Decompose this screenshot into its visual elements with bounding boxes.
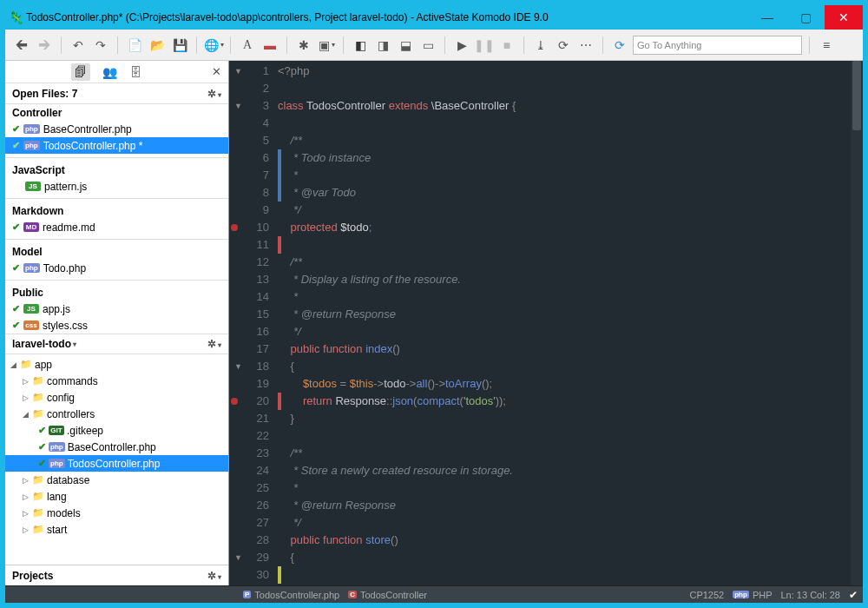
status-tab-file[interactable]: PTodosController.php [243, 590, 339, 600]
terminal-button[interactable]: ▣▾ [317, 36, 336, 55]
toolbar: 🡰 🡲 ↶ ↷ 📄 📂 💾 🌐▾ A ▬ ✱ ▣▾ ◧ ◨ ⬓ ▭ ▶ ❚❚ ■… [5, 30, 863, 61]
tree-config[interactable]: ▷📁config [5, 389, 228, 406]
open-button[interactable]: 📂 [148, 36, 167, 55]
ide-window: 🦎 TodosController.php* (C:\Projects\lara… [4, 4, 864, 604]
undo-button[interactable]: ↶ [69, 36, 88, 55]
back-button[interactable]: 🡰 [12, 36, 31, 55]
minimize-button[interactable]: — [748, 5, 786, 30]
tree-gitkeep[interactable]: ✔GIT.gitkeep [5, 422, 228, 439]
file-basecontroller[interactable]: ✔phpBaseController.php [5, 121, 228, 137]
file-todoscontroller[interactable]: ✔phpTodosController.php * [5, 137, 228, 154]
tree-database[interactable]: ▷📁database [5, 472, 228, 488]
sync-button[interactable]: ⟳ [610, 36, 629, 55]
titlebar[interactable]: 🦎 TodosController.php* (C:\Projects\lara… [5, 5, 863, 30]
panel-left-button[interactable]: ◧ [351, 36, 370, 55]
font-button[interactable]: A [238, 36, 257, 55]
file-styles[interactable]: ✔cssstyles.css [5, 317, 228, 334]
file-todo[interactable]: ✔phpTodo.php [5, 260, 228, 276]
menu-button[interactable]: ≡ [817, 36, 836, 55]
redo-button[interactable]: ↷ [91, 36, 110, 55]
sidebar-tab-db-icon[interactable]: 🗄 [129, 65, 141, 79]
editor[interactable]: ▼1 2 ▼3 4 5 6 7 8 9 10 11 12 13 14 15 16… [229, 61, 863, 585]
file-appjs[interactable]: ✔JSapp.js [5, 301, 228, 317]
tree-models[interactable]: ▷📁models [5, 505, 228, 521]
projects-label[interactable]: Projects [12, 570, 53, 582]
project-settings-icon[interactable]: ✲▾ [207, 338, 221, 350]
app-icon: 🦎 [5, 10, 26, 24]
group-model: Model [5, 243, 228, 260]
file-readme[interactable]: ✔MDreadme.md [5, 219, 228, 235]
status-language[interactable]: phpPHP [733, 590, 772, 600]
browser-button[interactable]: 🌐▾ [204, 36, 223, 55]
group-controller: Controller [5, 104, 228, 121]
record-macro-button[interactable]: ✱ [294, 36, 313, 55]
tree-todosctrl[interactable]: ✔phpTodosController.php [5, 455, 228, 472]
file-pattern[interactable]: JSpattern.js [5, 178, 228, 195]
sidebar-close-icon[interactable]: ✕ [212, 65, 221, 78]
statusbar: PTodosController.php CTodosController CP… [5, 585, 863, 603]
group-javascript: JavaScript [5, 162, 228, 178]
status-check-icon[interactable]: ✔ [849, 589, 858, 601]
open-files-header: Open Files: 7 [12, 88, 77, 100]
new-file-button[interactable]: 📄 [125, 36, 144, 55]
open-files-settings-icon[interactable]: ✲▾ [207, 88, 221, 100]
group-markdown: Markdown [5, 202, 228, 219]
panel-bottom-button[interactable]: ⬓ [396, 36, 415, 55]
color-button[interactable]: ▬ [260, 36, 279, 55]
tree-start[interactable]: ▷📁start [5, 521, 228, 538]
tree-commands[interactable]: ▷📁commands [5, 373, 228, 389]
play-button[interactable]: ▶ [452, 36, 471, 55]
code-area[interactable]: <?php class TodosController extends \Bas… [278, 61, 863, 585]
tree-app[interactable]: ◢📁app [5, 356, 228, 373]
projects-settings-icon[interactable]: ✲▾ [207, 570, 221, 582]
breakpoint-icon[interactable] [231, 398, 238, 405]
project-tree: ◢📁app ▷📁commands ▷📁config ◢📁controllers … [5, 354, 228, 565]
status-position: Ln: 13 Col: 28 [781, 590, 841, 600]
restart-button[interactable]: ⟳ [554, 36, 573, 55]
close-button[interactable]: ✕ [825, 5, 863, 30]
panel-right-button[interactable]: ◨ [373, 36, 392, 55]
sidebar-tab-files-icon[interactable]: 🗐 [71, 63, 90, 81]
forward-button[interactable]: 🡲 [35, 36, 54, 55]
step-button[interactable]: ⤓ [531, 36, 550, 55]
panel-focus-button[interactable]: ▭ [418, 36, 437, 55]
sidebar: 🗐 👥 🗄 ✕ Open Files: 7 ✲▾ Controller ✔php… [5, 61, 229, 585]
pause-button[interactable]: ❚❚ [475, 36, 494, 55]
tree-lang[interactable]: ▷📁lang [5, 488, 228, 505]
project-name[interactable]: laravel-todo [12, 338, 71, 350]
sidebar-tab-collab-icon[interactable]: 👥 [102, 65, 117, 79]
maximize-button[interactable]: ▢ [786, 5, 825, 30]
save-button[interactable]: 💾 [170, 36, 189, 55]
tree-controllers[interactable]: ◢📁controllers [5, 406, 228, 422]
breakpoint-icon[interactable] [231, 224, 238, 231]
window-title: TodosController.php* (C:\Projects\larave… [26, 11, 748, 23]
status-encoding[interactable]: CP1252 [689, 590, 724, 600]
group-public: Public [5, 284, 228, 301]
tree-basectrl[interactable]: ✔phpBaseController.php [5, 439, 228, 455]
more-button[interactable]: ⋯ [576, 36, 595, 55]
open-files-panel: Controller ✔phpBaseController.php ✔phpTo… [5, 104, 228, 334]
editor-scrollbar[interactable] [851, 61, 863, 585]
goto-anything-input[interactable]: Go To Anything [633, 36, 802, 55]
status-tab-class[interactable]: CTodosController [348, 590, 427, 600]
stop-button[interactable]: ■ [497, 36, 516, 55]
gutter[interactable]: ▼1 2 ▼3 4 5 6 7 8 9 10 11 12 13 14 15 16… [229, 61, 278, 585]
